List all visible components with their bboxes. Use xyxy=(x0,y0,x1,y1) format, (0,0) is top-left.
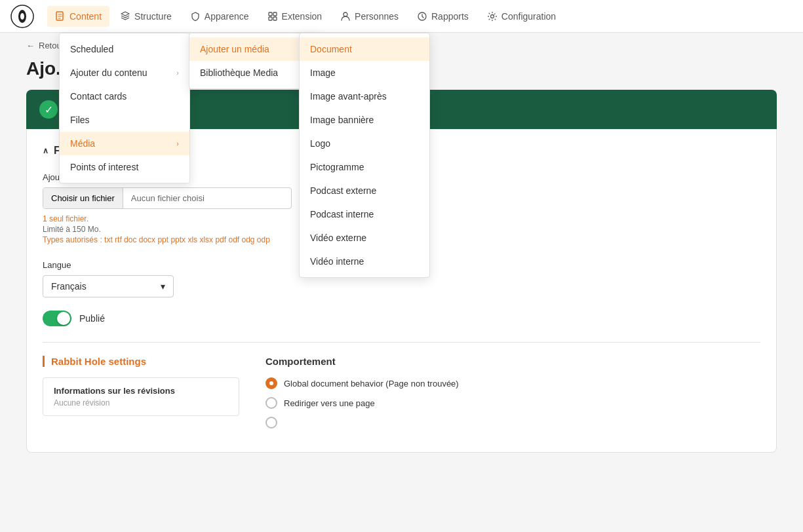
person-icon xyxy=(340,11,351,22)
nav-items: Content Structure Apparence Extension Pe… xyxy=(47,6,564,27)
file-name-display: Aucun fichier choisi xyxy=(123,188,212,208)
clock-icon xyxy=(417,11,427,22)
menu-l3-item-document[interactable]: Document xyxy=(300,37,429,61)
radio-label-1: Rediriger vers une page xyxy=(284,398,375,408)
langue-value: Français xyxy=(51,281,87,292)
rabbit-hole-title: Rabbit Hole settings xyxy=(43,356,239,367)
document-icon xyxy=(55,11,66,22)
layers-icon xyxy=(120,11,130,22)
comportement-section: Comportement Global document behavior (P… xyxy=(265,356,760,436)
nav-label-structure: Structure xyxy=(134,11,172,22)
menu-l1-item-points[interactable]: Points of interest xyxy=(60,155,189,179)
choose-file-button[interactable]: Choisir un fichier xyxy=(43,188,123,208)
check-icon: ✓ xyxy=(39,100,58,119)
menu-l1-item-files[interactable]: Files xyxy=(60,108,189,132)
svg-rect-7 xyxy=(273,17,277,20)
comportement-title: Comportement xyxy=(265,356,760,367)
radio-option-1[interactable]: Rediriger vers une page xyxy=(265,397,760,409)
nav-item-appearance[interactable]: Apparence xyxy=(182,6,257,27)
extension-icon xyxy=(267,11,278,22)
chevron-down-icon: ▾ xyxy=(161,281,165,292)
section-toggle[interactable]: ∧ xyxy=(43,146,49,155)
menu-l3-item-image[interactable]: Image xyxy=(300,61,429,85)
nav-item-extension[interactable]: Extension xyxy=(260,6,330,27)
menu-l3-item-image-banniere[interactable]: Image bannière xyxy=(300,108,429,132)
menu-l3-item-logo[interactable]: Logo xyxy=(300,132,429,155)
revisions-card: Informations sur les révisions Aucune ré… xyxy=(43,377,239,416)
radio-option-2[interactable] xyxy=(265,417,760,428)
svg-rect-5 xyxy=(273,12,277,16)
menu-l3-item-pictogramme[interactable]: Pictogramme xyxy=(300,155,429,179)
svg-point-2 xyxy=(20,13,24,20)
radio-circle-2 xyxy=(265,417,277,428)
radio-circle-0 xyxy=(265,377,277,389)
menu-l1-item-contact-cards[interactable]: Contact cards xyxy=(60,85,189,108)
nav-item-config[interactable]: Configuration xyxy=(479,6,564,27)
gear-icon xyxy=(487,11,498,22)
menu-l3-item-video-externe[interactable]: Vidéo externe xyxy=(300,226,429,250)
toggle-knob xyxy=(57,312,70,325)
menu-l3-item-image-avant-apres[interactable]: Image avant-après xyxy=(300,85,429,108)
file-input-wrapper: Choisir un fichier Aucun fichier choisi xyxy=(43,187,292,209)
radio-circle-1 xyxy=(265,397,277,409)
back-arrow-icon: ← xyxy=(26,41,35,50)
radio-label-0: Global document behavior (Page non trouv… xyxy=(284,379,459,389)
nav-label-appearance: Apparence xyxy=(205,11,249,22)
svg-point-8 xyxy=(343,12,347,16)
shield-icon xyxy=(190,11,201,22)
nav-item-content[interactable]: Content xyxy=(47,6,109,27)
revisions-sub: Aucune révision xyxy=(54,398,228,408)
menu-l1-item-ajouter-contenu[interactable]: Ajouter du contenu › xyxy=(60,61,189,85)
radio-option-0[interactable]: Global document behavior (Page non trouv… xyxy=(265,377,760,389)
menu-l1: Scheduled Ajouter du contenu › Contact c… xyxy=(59,33,190,183)
publie-toggle[interactable] xyxy=(43,311,71,326)
top-navigation: Content Structure Apparence Extension Pe… xyxy=(0,0,803,33)
svg-rect-6 xyxy=(269,17,272,20)
nav-label-persons: Personnes xyxy=(355,11,399,22)
menu-l1-item-media[interactable]: Média › xyxy=(60,132,189,155)
menu-l3-item-video-interne[interactable]: Vidéo interne xyxy=(300,250,429,273)
nav-label-extension: Extension xyxy=(282,11,322,22)
nav-label-reports: Rapports xyxy=(431,11,469,22)
nav-item-reports[interactable]: Rapports xyxy=(409,6,477,27)
menu-l1-item-scheduled[interactable]: Scheduled xyxy=(60,37,189,61)
chevron-right-icon: › xyxy=(176,69,179,77)
publie-row: Publié xyxy=(43,311,760,326)
menu-l3: Document Image Image avant-après Image b… xyxy=(299,33,430,278)
publie-label: Publié xyxy=(79,313,105,324)
svg-rect-4 xyxy=(269,12,272,16)
menu-l3-item-podcast-externe[interactable]: Podcast externe xyxy=(300,179,429,202)
menu-l3-item-podcast-interne[interactable]: Podcast interne xyxy=(300,202,429,226)
rabbit-hole-section: Rabbit Hole settings Informations sur le… xyxy=(43,342,760,436)
svg-point-10 xyxy=(490,14,494,18)
nav-label-config: Configuration xyxy=(501,11,556,22)
rabbit-hole-left: Rabbit Hole settings Informations sur le… xyxy=(43,356,239,436)
nav-label-content: Content xyxy=(69,11,102,22)
nav-item-structure[interactable]: Structure xyxy=(112,6,180,27)
revisions-title: Informations sur les révisions xyxy=(54,386,228,396)
langue-dropdown[interactable]: Français ▾ xyxy=(43,275,174,297)
chevron-right-icon-media: › xyxy=(176,140,179,147)
nav-item-persons[interactable]: Personnes xyxy=(332,6,406,27)
logo[interactable] xyxy=(10,5,34,28)
